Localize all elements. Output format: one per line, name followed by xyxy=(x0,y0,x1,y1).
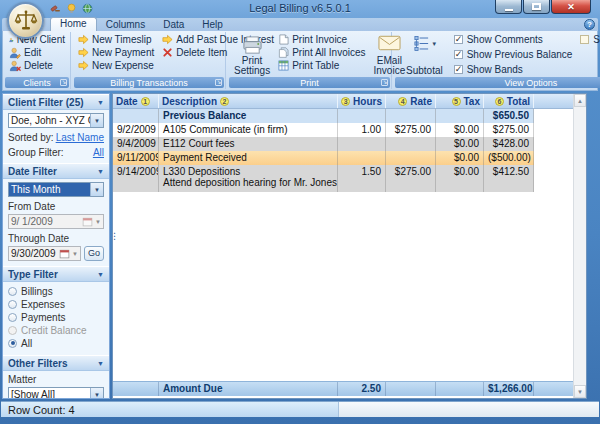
date-header-label: Date xyxy=(116,96,138,107)
prev-balance-tax xyxy=(436,109,484,123)
show-comments-checkbox[interactable]: Show Comments xyxy=(454,33,573,46)
column-header-tax[interactable]: 5 Tax xyxy=(436,94,484,108)
column-header-rate[interactable]: 4 Rate xyxy=(386,94,436,108)
credit-balance-label: Credit Balance xyxy=(21,325,87,336)
print-invoice-button[interactable]: Print Invoice xyxy=(276,33,367,46)
date-preset-select[interactable]: This Month ▼ xyxy=(8,182,104,197)
row-description: L330 Depositions Attend deposition heari… xyxy=(159,165,338,192)
chevron-down-icon[interactable]: ▼ xyxy=(90,183,103,196)
row-rate: $275.00 xyxy=(386,123,436,137)
column-number-badge: 2 xyxy=(220,97,229,106)
column-header-description[interactable]: Description 2 xyxy=(159,94,338,108)
view-option-controls: ▾ Subtotal Show Comments Show Previous B… xyxy=(395,32,600,77)
vertical-scrollbar[interactable]: ▲ ▼ xyxy=(573,94,586,398)
type-filter-header[interactable]: Type Filter xyxy=(3,266,109,282)
checkbox-checked-icon xyxy=(454,35,463,44)
radio-expenses[interactable]: Expenses xyxy=(8,298,104,310)
tab-data[interactable]: Data xyxy=(154,19,193,31)
expenses-label: Expenses xyxy=(21,299,65,310)
row-total: $275.00 xyxy=(484,123,534,137)
subtotal-button[interactable]: ▾ Subtotal xyxy=(403,33,446,76)
close-icon: ✕ xyxy=(567,1,575,13)
new-timeslip-button[interactable]: New Timeslip xyxy=(76,33,156,46)
tab-home[interactable]: Home xyxy=(50,17,97,31)
prev-balance-total: $650.50 xyxy=(484,109,534,123)
date-filter-header[interactable]: Date Filter xyxy=(3,163,109,179)
other-filters-header[interactable]: Other Filters xyxy=(3,355,109,371)
clients-dialog-launcher-icon[interactable] xyxy=(60,79,67,86)
radio-billings[interactable]: Billings xyxy=(8,285,104,297)
printer-icon xyxy=(242,35,263,56)
chevron-down-icon[interactable]: ▼ xyxy=(90,114,103,127)
title-bar: Legal Billing v6.5.0.1 ✕ xyxy=(0,0,600,18)
row-count-label: Row Count: 4 xyxy=(8,404,75,416)
application-menu-orb[interactable] xyxy=(7,2,44,39)
total-header-label: Total xyxy=(507,96,530,107)
delete-item-label: Delete Item xyxy=(176,47,227,58)
table-row[interactable]: 9/14/2009 L330 Depositions Attend deposi… xyxy=(113,165,573,192)
row-total: ($500.00) xyxy=(484,151,534,165)
new-expense-label: New Expense xyxy=(92,60,154,71)
radio-payments[interactable]: Payments xyxy=(8,311,104,323)
group-filter-link[interactable]: All xyxy=(93,147,104,158)
row-description: A105 Communicate (in firm) xyxy=(159,123,338,137)
client-select[interactable]: Doe, John - XYZ Corporation ▼ xyxy=(8,113,104,128)
row-date: 9/14/2009 xyxy=(113,165,159,192)
matter-select[interactable]: [Show All] ▼ xyxy=(8,387,104,399)
client-filter-header[interactable]: Client Filter (25) xyxy=(3,94,109,110)
search-footer-label: Search Footer xyxy=(593,34,600,45)
scales-of-justice-icon xyxy=(14,9,38,33)
minimize-button[interactable] xyxy=(495,0,522,14)
through-date-label: Through Date xyxy=(8,233,104,244)
header-filler xyxy=(534,94,573,108)
print-dialog-launcher-icon[interactable] xyxy=(381,79,388,86)
subtotal-dropdown-icon[interactable]: ▾ xyxy=(433,40,437,48)
print-settings-label: Print Settings xyxy=(234,56,270,76)
maximize-button[interactable] xyxy=(523,0,550,14)
edit-client-button[interactable]: Edit xyxy=(7,46,67,59)
scroll-down-icon[interactable]: ▼ xyxy=(574,385,586,398)
sidebar-splitter[interactable]: ⋮ xyxy=(110,234,119,238)
table-row[interactable]: 9/4/2009 E112 Court fees $0.00 $428.00 xyxy=(113,137,573,151)
print-table-button[interactable]: Print Table xyxy=(276,59,367,72)
tab-help[interactable]: Help xyxy=(193,19,232,31)
sorted-by-link[interactable]: Last Name xyxy=(56,132,104,143)
from-date-label: From Date xyxy=(8,201,104,212)
new-expense-button[interactable]: New Expense xyxy=(76,59,156,72)
amount-due-tax xyxy=(436,382,484,396)
radio-all[interactable]: All xyxy=(8,337,104,349)
table-row[interactable]: 9/2/2009 A105 Communicate (in firm) 1.00… xyxy=(113,123,573,137)
show-previous-balance-checkbox[interactable]: Show Previous Balance xyxy=(454,48,573,61)
new-payment-button[interactable]: New Payment xyxy=(76,46,156,59)
through-date-field[interactable]: 9/30/2009 ▼ xyxy=(8,246,81,261)
show-bands-checkbox[interactable]: Show Bands xyxy=(454,63,573,76)
column-header-hours[interactable]: 3 Hours xyxy=(338,94,386,108)
row-date: 9/11/2009 xyxy=(113,151,159,165)
previous-balance-row[interactable]: Previous Balance $650.50 xyxy=(113,109,573,123)
help-icon[interactable] xyxy=(584,19,595,30)
scroll-up-icon[interactable]: ▲ xyxy=(574,94,586,107)
table-grid-icon xyxy=(278,60,289,71)
chevron-down-icon[interactable]: ▼ xyxy=(70,251,80,257)
row-hours: 1.00 xyxy=(338,123,386,137)
ribbon-group-print: Print Settings Print Invoice xyxy=(228,32,392,89)
billing-grid: Date 1 Description 2 3 Hours 4 Rate xyxy=(113,94,573,398)
amount-due-total: $1,266.00 xyxy=(484,382,534,396)
table-row-payment[interactable]: 9/11/2009 Payment Received $0.00 ($500.0… xyxy=(113,151,573,165)
search-footer-checkbox[interactable]: Search Footer xyxy=(580,33,600,46)
billing-dialog-launcher-icon[interactable] xyxy=(215,79,222,86)
go-button[interactable]: Go xyxy=(84,246,104,261)
payments-label: Payments xyxy=(21,312,65,323)
close-button[interactable]: ✕ xyxy=(551,0,591,14)
tab-columns[interactable]: Columns xyxy=(97,19,154,31)
print-all-invoices-button[interactable]: Print All Invoices xyxy=(276,46,367,59)
amount-due-date xyxy=(113,382,159,396)
column-header-date[interactable]: Date 1 xyxy=(113,94,159,108)
column-header-total[interactable]: 6 Total xyxy=(484,94,534,108)
view-options-caption-label: View Options xyxy=(504,78,557,88)
calendar-icon[interactable] xyxy=(59,248,70,259)
delete-client-button[interactable]: Delete xyxy=(7,59,67,72)
print-settings-button[interactable]: Print Settings xyxy=(231,33,273,76)
chevron-down-icon[interactable]: ▼ xyxy=(90,388,103,399)
other-filters-title: Other Filters xyxy=(8,358,67,369)
